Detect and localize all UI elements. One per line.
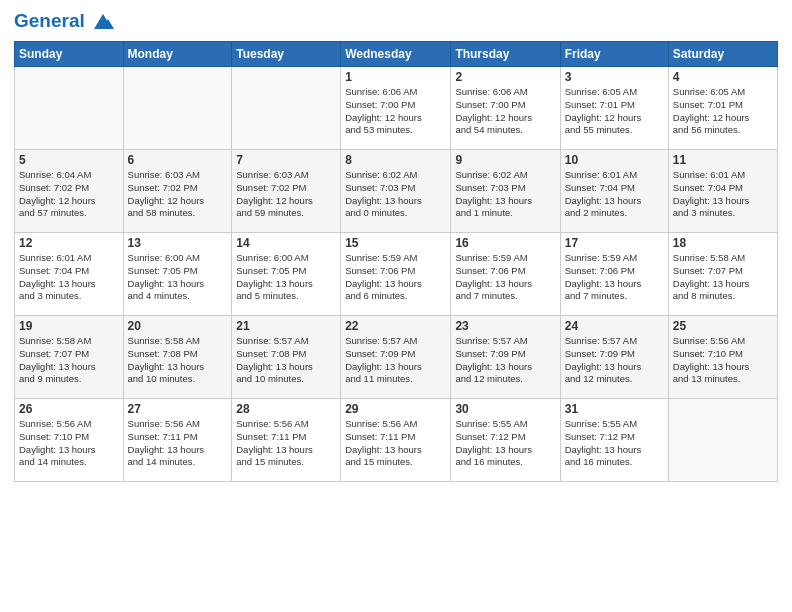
day-number: 31 bbox=[565, 402, 664, 416]
calendar-cell: 13Sunrise: 6:00 AMSunset: 7:05 PMDayligh… bbox=[123, 232, 232, 315]
weekday-wednesday: Wednesday bbox=[341, 41, 451, 66]
day-info: Sunrise: 6:06 AMSunset: 7:00 PMDaylight:… bbox=[455, 86, 555, 137]
calendar-cell: 17Sunrise: 5:59 AMSunset: 7:06 PMDayligh… bbox=[560, 232, 668, 315]
day-number: 11 bbox=[673, 153, 773, 167]
day-info: Sunrise: 6:01 AMSunset: 7:04 PMDaylight:… bbox=[565, 169, 664, 220]
day-number: 22 bbox=[345, 319, 446, 333]
day-number: 13 bbox=[128, 236, 228, 250]
day-number: 5 bbox=[19, 153, 119, 167]
calendar-cell: 8Sunrise: 6:02 AMSunset: 7:03 PMDaylight… bbox=[341, 149, 451, 232]
day-number: 12 bbox=[19, 236, 119, 250]
calendar-cell bbox=[123, 66, 232, 149]
calendar-cell: 23Sunrise: 5:57 AMSunset: 7:09 PMDayligh… bbox=[451, 315, 560, 398]
calendar-cell: 4Sunrise: 6:05 AMSunset: 7:01 PMDaylight… bbox=[668, 66, 777, 149]
day-info: Sunrise: 6:03 AMSunset: 7:02 PMDaylight:… bbox=[236, 169, 336, 220]
day-info: Sunrise: 5:57 AMSunset: 7:09 PMDaylight:… bbox=[565, 335, 664, 386]
day-number: 3 bbox=[565, 70, 664, 84]
day-number: 10 bbox=[565, 153, 664, 167]
calendar-cell: 26Sunrise: 5:56 AMSunset: 7:10 PMDayligh… bbox=[15, 398, 124, 481]
calendar-cell: 28Sunrise: 5:56 AMSunset: 7:11 PMDayligh… bbox=[232, 398, 341, 481]
calendar-cell: 3Sunrise: 6:05 AMSunset: 7:01 PMDaylight… bbox=[560, 66, 668, 149]
day-number: 19 bbox=[19, 319, 119, 333]
calendar-cell: 6Sunrise: 6:03 AMSunset: 7:02 PMDaylight… bbox=[123, 149, 232, 232]
day-info: Sunrise: 5:58 AMSunset: 7:07 PMDaylight:… bbox=[673, 252, 773, 303]
weekday-tuesday: Tuesday bbox=[232, 41, 341, 66]
calendar-cell: 29Sunrise: 5:56 AMSunset: 7:11 PMDayligh… bbox=[341, 398, 451, 481]
day-number: 4 bbox=[673, 70, 773, 84]
week-row-3: 12Sunrise: 6:01 AMSunset: 7:04 PMDayligh… bbox=[15, 232, 778, 315]
day-number: 15 bbox=[345, 236, 446, 250]
calendar-cell: 24Sunrise: 5:57 AMSunset: 7:09 PMDayligh… bbox=[560, 315, 668, 398]
day-number: 7 bbox=[236, 153, 336, 167]
weekday-monday: Monday bbox=[123, 41, 232, 66]
day-number: 24 bbox=[565, 319, 664, 333]
calendar-cell: 20Sunrise: 5:58 AMSunset: 7:08 PMDayligh… bbox=[123, 315, 232, 398]
day-info: Sunrise: 5:55 AMSunset: 7:12 PMDaylight:… bbox=[565, 418, 664, 469]
calendar-cell bbox=[15, 66, 124, 149]
week-row-5: 26Sunrise: 5:56 AMSunset: 7:10 PMDayligh… bbox=[15, 398, 778, 481]
day-info: Sunrise: 5:57 AMSunset: 7:08 PMDaylight:… bbox=[236, 335, 336, 386]
day-number: 1 bbox=[345, 70, 446, 84]
header: General bbox=[14, 10, 778, 33]
day-info: Sunrise: 6:00 AMSunset: 7:05 PMDaylight:… bbox=[128, 252, 228, 303]
day-info: Sunrise: 6:06 AMSunset: 7:00 PMDaylight:… bbox=[345, 86, 446, 137]
calendar-cell: 15Sunrise: 5:59 AMSunset: 7:06 PMDayligh… bbox=[341, 232, 451, 315]
calendar-cell bbox=[232, 66, 341, 149]
logo-general: General bbox=[14, 10, 85, 31]
week-row-4: 19Sunrise: 5:58 AMSunset: 7:07 PMDayligh… bbox=[15, 315, 778, 398]
calendar-cell: 21Sunrise: 5:57 AMSunset: 7:08 PMDayligh… bbox=[232, 315, 341, 398]
calendar-cell: 10Sunrise: 6:01 AMSunset: 7:04 PMDayligh… bbox=[560, 149, 668, 232]
day-number: 9 bbox=[455, 153, 555, 167]
calendar-cell: 14Sunrise: 6:00 AMSunset: 7:05 PMDayligh… bbox=[232, 232, 341, 315]
weekday-header-row: SundayMondayTuesdayWednesdayThursdayFrid… bbox=[15, 41, 778, 66]
calendar-cell bbox=[668, 398, 777, 481]
day-info: Sunrise: 6:02 AMSunset: 7:03 PMDaylight:… bbox=[455, 169, 555, 220]
day-info: Sunrise: 6:05 AMSunset: 7:01 PMDaylight:… bbox=[565, 86, 664, 137]
calendar-cell: 22Sunrise: 5:57 AMSunset: 7:09 PMDayligh… bbox=[341, 315, 451, 398]
day-number: 2 bbox=[455, 70, 555, 84]
day-number: 8 bbox=[345, 153, 446, 167]
day-info: Sunrise: 5:58 AMSunset: 7:08 PMDaylight:… bbox=[128, 335, 228, 386]
day-info: Sunrise: 5:56 AMSunset: 7:11 PMDaylight:… bbox=[236, 418, 336, 469]
day-number: 23 bbox=[455, 319, 555, 333]
calendar-cell: 9Sunrise: 6:02 AMSunset: 7:03 PMDaylight… bbox=[451, 149, 560, 232]
calendar-cell: 30Sunrise: 5:55 AMSunset: 7:12 PMDayligh… bbox=[451, 398, 560, 481]
day-info: Sunrise: 5:58 AMSunset: 7:07 PMDaylight:… bbox=[19, 335, 119, 386]
calendar-cell: 27Sunrise: 5:56 AMSunset: 7:11 PMDayligh… bbox=[123, 398, 232, 481]
day-info: Sunrise: 5:56 AMSunset: 7:11 PMDaylight:… bbox=[345, 418, 446, 469]
calendar-cell: 2Sunrise: 6:06 AMSunset: 7:00 PMDaylight… bbox=[451, 66, 560, 149]
day-number: 30 bbox=[455, 402, 555, 416]
day-number: 28 bbox=[236, 402, 336, 416]
day-number: 14 bbox=[236, 236, 336, 250]
weekday-saturday: Saturday bbox=[668, 41, 777, 66]
weekday-friday: Friday bbox=[560, 41, 668, 66]
day-info: Sunrise: 6:04 AMSunset: 7:02 PMDaylight:… bbox=[19, 169, 119, 220]
day-info: Sunrise: 5:57 AMSunset: 7:09 PMDaylight:… bbox=[345, 335, 446, 386]
calendar-cell: 16Sunrise: 5:59 AMSunset: 7:06 PMDayligh… bbox=[451, 232, 560, 315]
day-number: 29 bbox=[345, 402, 446, 416]
day-number: 17 bbox=[565, 236, 664, 250]
calendar-cell: 7Sunrise: 6:03 AMSunset: 7:02 PMDaylight… bbox=[232, 149, 341, 232]
calendar-cell: 11Sunrise: 6:01 AMSunset: 7:04 PMDayligh… bbox=[668, 149, 777, 232]
day-info: Sunrise: 5:59 AMSunset: 7:06 PMDaylight:… bbox=[455, 252, 555, 303]
weekday-sunday: Sunday bbox=[15, 41, 124, 66]
day-info: Sunrise: 5:57 AMSunset: 7:09 PMDaylight:… bbox=[455, 335, 555, 386]
day-info: Sunrise: 5:56 AMSunset: 7:10 PMDaylight:… bbox=[673, 335, 773, 386]
calendar-cell: 25Sunrise: 5:56 AMSunset: 7:10 PMDayligh… bbox=[668, 315, 777, 398]
day-info: Sunrise: 5:56 AMSunset: 7:11 PMDaylight:… bbox=[128, 418, 228, 469]
week-row-1: 1Sunrise: 6:06 AMSunset: 7:00 PMDaylight… bbox=[15, 66, 778, 149]
weekday-thursday: Thursday bbox=[451, 41, 560, 66]
day-info: Sunrise: 6:03 AMSunset: 7:02 PMDaylight:… bbox=[128, 169, 228, 220]
day-number: 27 bbox=[128, 402, 228, 416]
calendar-cell: 19Sunrise: 5:58 AMSunset: 7:07 PMDayligh… bbox=[15, 315, 124, 398]
day-info: Sunrise: 5:59 AMSunset: 7:06 PMDaylight:… bbox=[565, 252, 664, 303]
week-row-2: 5Sunrise: 6:04 AMSunset: 7:02 PMDaylight… bbox=[15, 149, 778, 232]
day-info: Sunrise: 6:01 AMSunset: 7:04 PMDaylight:… bbox=[19, 252, 119, 303]
day-number: 26 bbox=[19, 402, 119, 416]
calendar-cell: 5Sunrise: 6:04 AMSunset: 7:02 PMDaylight… bbox=[15, 149, 124, 232]
day-info: Sunrise: 5:55 AMSunset: 7:12 PMDaylight:… bbox=[455, 418, 555, 469]
logo-icon bbox=[92, 11, 114, 33]
calendar-cell: 12Sunrise: 6:01 AMSunset: 7:04 PMDayligh… bbox=[15, 232, 124, 315]
day-info: Sunrise: 5:59 AMSunset: 7:06 PMDaylight:… bbox=[345, 252, 446, 303]
day-info: Sunrise: 6:02 AMSunset: 7:03 PMDaylight:… bbox=[345, 169, 446, 220]
